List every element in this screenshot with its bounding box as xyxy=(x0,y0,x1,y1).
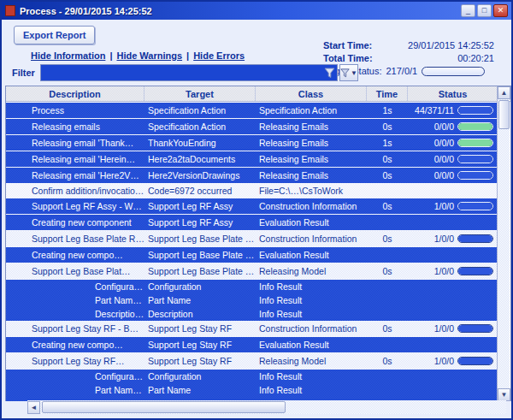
minimize-button[interactable]: _ xyxy=(461,4,475,17)
hide-information-link[interactable]: Hide Information xyxy=(31,50,105,61)
column-header-class[interactable]: Class xyxy=(256,86,367,101)
scroll-down-button[interactable]: ▼ xyxy=(498,388,510,401)
row-progress-bar xyxy=(457,122,493,131)
table-row[interactable]: ConfigurationConfigurationInfo Result xyxy=(6,280,498,293)
table-body: ProcessSpecification ActionSpecification… xyxy=(6,103,498,401)
row-progress-bar xyxy=(457,324,493,333)
table-row-group[interactable]: ConfigurationConfigurationInfo ResultPar… xyxy=(6,370,498,401)
filter-input-wrap xyxy=(40,64,338,81)
row-progress-bar xyxy=(457,234,493,243)
log-table: Description Target Class Time Status Pro… xyxy=(5,86,511,401)
link-separator: | xyxy=(109,50,112,61)
table-row[interactable]: Creating new componentSupport Leg RF Ass… xyxy=(6,215,498,231)
app-icon xyxy=(5,5,15,16)
start-time-value: 29/01/2015 14:25:52 xyxy=(408,40,494,50)
table-row[interactable]: Support Leg RF Assy - Weld…Support Leg R… xyxy=(6,198,498,215)
horizontal-scroll-thumb[interactable] xyxy=(42,401,286,413)
filter-row: Filter ▼ xyxy=(5,62,508,83)
table-header: Description Target Class Time Status xyxy=(6,86,510,102)
table-row[interactable]: Support Leg Stay RF - B…Support Leg Stay… xyxy=(6,321,498,337)
funnel-icon xyxy=(340,68,350,79)
vertical-scroll-thumb[interactable] xyxy=(498,100,510,129)
table-row[interactable]: ProcessSpecification ActionSpecification… xyxy=(6,103,498,119)
filter-input[interactable] xyxy=(42,66,321,80)
vertical-scrollbar[interactable]: ▲ ▼ xyxy=(497,86,510,401)
link-separator: | xyxy=(186,50,189,61)
export-report-button[interactable]: Export Report xyxy=(14,26,95,44)
table-row[interactable]: Part Name SSRPart NameInfo Result xyxy=(6,383,498,397)
table-row[interactable]: Part Name SUPPart NameInfo Result xyxy=(6,293,498,307)
row-progress-bar xyxy=(457,171,493,180)
scroll-left-button[interactable]: ◄ xyxy=(27,401,40,414)
table-row[interactable]: Releasing email 'Thank…ThankYouEndingRel… xyxy=(6,135,498,151)
row-progress-bar xyxy=(457,139,493,147)
row-progress-bar xyxy=(457,202,493,210)
table-row[interactable]: Creating new compo…Support Leg Stay RFEv… xyxy=(6,337,498,353)
visibility-links: Hide Information|Hide Warnings|Hide Erro… xyxy=(31,50,245,61)
row-progress-bar xyxy=(457,267,493,275)
table-row[interactable]: Support Leg Base Plat…Support Leg Base P… xyxy=(6,263,498,280)
table-row[interactable]: Releasing email 'Herein…Here2a2taDocumen… xyxy=(6,151,498,168)
horizontal-scrollbar[interactable]: ◄ xyxy=(27,400,506,414)
filter-label: Filter xyxy=(12,68,35,78)
row-progress-bar xyxy=(457,106,493,115)
column-header-status[interactable]: Status xyxy=(408,86,498,101)
start-time-label: Start Time: xyxy=(323,40,372,50)
table-row[interactable]: ConfigurationConfigurationInfo Result xyxy=(6,370,498,383)
table-row[interactable]: Support Leg Stay RF…Support Leg Stay RFR… xyxy=(6,353,498,370)
filter-options-button[interactable]: ▼ xyxy=(339,64,358,81)
hide-errors-link[interactable]: Hide Errors xyxy=(193,50,245,61)
scroll-up-button[interactable]: ▲ xyxy=(498,86,510,99)
title-bar[interactable]: Process - 29/01/2015 14:25:52 _ □ ✕ xyxy=(2,2,511,20)
table-row-group[interactable]: ConfigurationConfigurationInfo ResultPar… xyxy=(6,280,498,321)
maximize-button[interactable]: □ xyxy=(477,4,492,17)
funnel-icon xyxy=(324,68,335,79)
process-log-window: Process - 29/01/2015 14:25:52 _ □ ✕ Expo… xyxy=(0,0,513,420)
column-header-time[interactable]: Time xyxy=(367,86,408,101)
chevron-down-icon: ▼ xyxy=(351,69,357,77)
hide-warnings-link[interactable]: Hide Warnings xyxy=(116,50,182,61)
row-progress-bar xyxy=(457,357,493,365)
column-header-description[interactable]: Description xyxy=(6,86,144,101)
close-button[interactable]: ✕ xyxy=(493,4,508,17)
window-title: Process - 29/01/2015 14:25:52 xyxy=(20,6,152,16)
table-row[interactable]: Releasing emailsSpecification ActionRele… xyxy=(6,119,498,135)
table-row[interactable]: Support Leg Base Plate RF…Support Leg Ba… xyxy=(6,231,498,247)
row-progress-bar xyxy=(457,155,493,163)
table-row[interactable]: Confirm addition/invocation Co…Code=6972… xyxy=(6,184,498,198)
table-row[interactable]: Releasing email 'Here2V…Here2VersionDraw… xyxy=(6,168,498,184)
table-row[interactable]: Creating new compo…Support Leg Base Plat… xyxy=(6,247,498,263)
table-row[interactable]: Description PrefixDescriptionInfo Result xyxy=(6,307,498,321)
column-header-target[interactable]: Target xyxy=(144,86,256,101)
